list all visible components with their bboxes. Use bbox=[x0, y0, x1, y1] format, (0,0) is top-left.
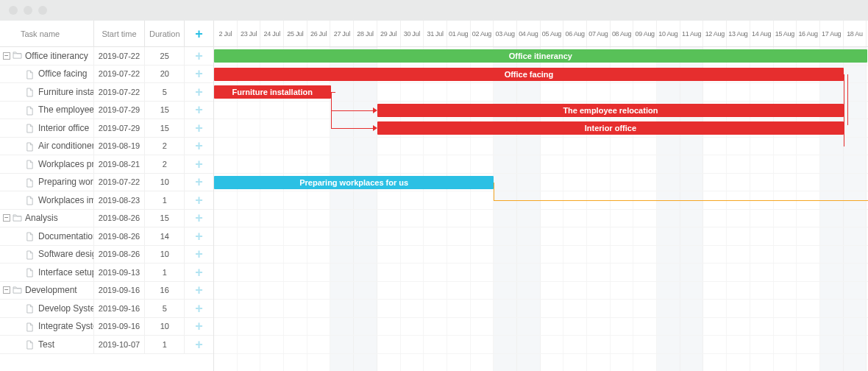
task-duration-cell[interactable]: 5 bbox=[145, 300, 185, 317]
add-task-icon[interactable]: + bbox=[195, 158, 203, 171]
add-task-icon[interactable]: + bbox=[195, 103, 203, 116]
task-add-cell[interactable]: + bbox=[185, 66, 213, 83]
collapse-toggle-icon[interactable]: − bbox=[3, 286, 10, 294]
task-add-cell[interactable]: + bbox=[185, 264, 213, 281]
add-task-icon[interactable]: + bbox=[195, 49, 203, 63]
add-task-icon[interactable]: + bbox=[195, 302, 203, 315]
task-start-cell[interactable]: 2019-08-26 bbox=[94, 210, 146, 227]
task-start-cell[interactable]: 2019-09-16 bbox=[94, 300, 146, 317]
gantt-bar[interactable]: Interior office bbox=[377, 121, 844, 135]
add-task-icon[interactable]: + bbox=[195, 319, 203, 333]
task-name-cell[interactable]: Integrate Syster bbox=[0, 318, 94, 336]
task-start-cell[interactable]: 2019-07-29 bbox=[94, 119, 146, 137]
task-name-cell[interactable]: Furniture install bbox=[0, 83, 94, 101]
gantt-bar[interactable]: The employee relocation bbox=[377, 104, 844, 117]
task-start-cell[interactable]: 2019-07-22 bbox=[94, 66, 146, 83]
task-name-cell[interactable]: −Development bbox=[0, 282, 94, 300]
task-name-cell[interactable]: Software desigr bbox=[0, 246, 94, 264]
window-dot-max[interactable] bbox=[38, 6, 47, 15]
task-start-cell[interactable]: 2019-07-22 bbox=[94, 47, 146, 65]
task-duration-cell[interactable]: 2 bbox=[145, 155, 185, 173]
add-task-icon[interactable]: + bbox=[195, 139, 203, 152]
task-duration-cell[interactable]: 15 bbox=[145, 102, 185, 119]
add-task-icon[interactable]: + bbox=[195, 247, 203, 261]
task-row[interactable]: Develop System2019-09-165+ bbox=[0, 300, 213, 318]
task-row[interactable]: Office facing2019-07-2220+ bbox=[0, 66, 213, 84]
col-header-taskname[interactable]: Task name bbox=[0, 21, 94, 46]
window-dot-min[interactable] bbox=[24, 6, 32, 15]
task-row[interactable]: Interior office2019-07-2915+ bbox=[0, 119, 213, 138]
task-start-cell[interactable]: 2019-09-16 bbox=[94, 318, 146, 336]
task-start-cell[interactable]: 2019-09-13 bbox=[94, 264, 146, 281]
add-column-icon[interactable]: + bbox=[195, 27, 203, 40]
gantt-bar[interactable]: Office facing bbox=[214, 68, 844, 81]
task-duration-cell[interactable]: 10 bbox=[145, 318, 185, 336]
task-duration-cell[interactable]: 1 bbox=[145, 336, 185, 353]
task-duration-cell[interactable]: 2 bbox=[145, 138, 185, 155]
task-start-cell[interactable]: 2019-08-26 bbox=[94, 227, 146, 245]
add-task-icon[interactable]: + bbox=[195, 175, 203, 188]
task-start-cell[interactable]: 2019-08-23 bbox=[94, 191, 146, 209]
task-name-cell[interactable]: Documentation bbox=[0, 227, 94, 245]
col-header-add[interactable]: + bbox=[185, 21, 213, 46]
task-add-cell[interactable]: + bbox=[185, 300, 213, 317]
window-dot-close[interactable] bbox=[9, 6, 18, 15]
add-task-icon[interactable]: + bbox=[195, 85, 203, 99]
task-row[interactable]: −Office itinerancy2019-07-2225+ bbox=[0, 47, 213, 66]
task-start-cell[interactable]: 2019-07-22 bbox=[94, 174, 146, 191]
task-add-cell[interactable]: + bbox=[185, 246, 213, 264]
task-add-cell[interactable]: + bbox=[185, 174, 213, 191]
add-task-icon[interactable]: + bbox=[195, 283, 203, 297]
task-row[interactable]: Furniture install2019-07-225+ bbox=[0, 83, 213, 102]
task-add-cell[interactable]: + bbox=[185, 318, 213, 336]
task-row[interactable]: Software desigr2019-08-2610+ bbox=[0, 246, 213, 264]
task-row[interactable]: Preparing workp2019-07-2210+ bbox=[0, 174, 213, 192]
task-duration-cell[interactable]: 1 bbox=[145, 191, 185, 209]
task-row[interactable]: −Analysis2019-08-2615+ bbox=[0, 210, 213, 228]
task-add-cell[interactable]: + bbox=[185, 155, 213, 173]
task-row[interactable]: Workplaces pre2019-08-212+ bbox=[0, 155, 213, 174]
task-name-cell[interactable]: Develop System bbox=[0, 300, 94, 317]
task-duration-cell[interactable]: 10 bbox=[145, 246, 185, 264]
task-add-cell[interactable]: + bbox=[185, 47, 213, 65]
task-name-cell[interactable]: −Analysis bbox=[0, 210, 94, 227]
add-task-icon[interactable]: + bbox=[195, 338, 203, 351]
task-duration-cell[interactable]: 14 bbox=[145, 227, 185, 245]
task-duration-cell[interactable]: 16 bbox=[145, 282, 185, 300]
gantt-chart[interactable]: 2 Jul23 Jul24 Jul25 Jul26 Jul27 Jul28 Ju… bbox=[214, 21, 868, 371]
task-start-cell[interactable]: 2019-07-22 bbox=[94, 83, 146, 101]
task-name-cell[interactable]: Air conditioners bbox=[0, 138, 94, 155]
gantt-bar[interactable]: Furniture installation bbox=[214, 85, 331, 99]
task-start-cell[interactable]: 2019-07-29 bbox=[94, 102, 146, 119]
task-add-cell[interactable]: + bbox=[185, 102, 213, 119]
task-add-cell[interactable]: + bbox=[185, 336, 213, 353]
task-name-cell[interactable]: Interface setup bbox=[0, 264, 94, 281]
gantt-body[interactable]: Office itinerancyOffice facingFurniture … bbox=[214, 47, 868, 371]
add-task-icon[interactable]: + bbox=[195, 211, 203, 225]
task-duration-cell[interactable]: 25 bbox=[145, 47, 185, 65]
task-add-cell[interactable]: + bbox=[185, 83, 213, 101]
task-start-cell[interactable]: 2019-08-21 bbox=[94, 155, 146, 173]
task-add-cell[interactable]: + bbox=[185, 227, 213, 245]
task-name-cell[interactable]: Workplaces pre bbox=[0, 155, 94, 173]
add-task-icon[interactable]: + bbox=[195, 230, 203, 243]
task-name-cell[interactable]: Preparing workp bbox=[0, 174, 94, 191]
gantt-bar[interactable]: Preparing workplaces for us bbox=[214, 176, 494, 189]
collapse-toggle-icon[interactable]: − bbox=[3, 214, 10, 222]
task-duration-cell[interactable]: 10 bbox=[145, 174, 185, 191]
add-task-icon[interactable]: + bbox=[195, 194, 203, 207]
task-start-cell[interactable]: 2019-08-19 bbox=[94, 138, 146, 155]
task-name-cell[interactable]: The employee r bbox=[0, 102, 94, 119]
task-row[interactable]: −Development2019-09-1616+ bbox=[0, 282, 213, 300]
task-duration-cell[interactable]: 5 bbox=[145, 83, 185, 101]
task-start-cell[interactable]: 2019-08-26 bbox=[94, 246, 146, 264]
task-add-cell[interactable]: + bbox=[185, 210, 213, 227]
task-name-cell[interactable]: Interior office bbox=[0, 119, 94, 137]
task-row[interactable]: Air conditioners2019-08-192+ bbox=[0, 138, 213, 156]
task-name-cell[interactable]: Office facing bbox=[0, 66, 94, 83]
task-add-cell[interactable]: + bbox=[185, 138, 213, 155]
task-duration-cell[interactable]: 20 bbox=[145, 66, 185, 83]
add-task-icon[interactable]: + bbox=[195, 266, 203, 279]
task-row[interactable]: Workplaces imp2019-08-231+ bbox=[0, 191, 213, 210]
task-row[interactable]: Test2019-10-071+ bbox=[0, 336, 213, 354]
